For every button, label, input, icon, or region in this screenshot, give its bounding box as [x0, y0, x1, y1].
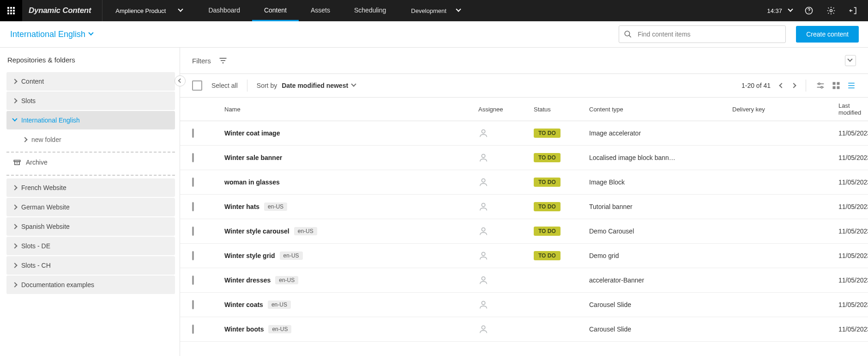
gear-icon: [826, 6, 836, 15]
table-row[interactable]: Winter dressesen-USaccelerator-Banner11/…: [180, 268, 868, 293]
view-settings-button[interactable]: [815, 80, 826, 91]
chevron-right-icon: [23, 137, 28, 142]
th-content-type[interactable]: Content type: [589, 106, 732, 113]
svg-point-31: [482, 179, 485, 182]
table-row[interactable]: Winter bootsen-USCarousel Slide11/05/202…: [180, 317, 868, 342]
sidebar-item[interactable]: German Website: [6, 198, 175, 216]
table-row[interactable]: Winter style carouselen-USTO DODemo Caro…: [180, 219, 868, 244]
view-icons: [815, 80, 856, 91]
row-checkbox[interactable]: [192, 300, 194, 309]
row-checkbox[interactable]: [192, 251, 194, 260]
table-row[interactable]: woman in glassesTO DOImage Block11/05/20…: [180, 170, 868, 195]
filters-button[interactable]: [218, 56, 228, 65]
assignee-icon[interactable]: [478, 128, 534, 138]
sidebar-item[interactable]: Slots - DE: [6, 237, 175, 255]
archive-label: Archive: [26, 159, 48, 166]
nav-development[interactable]: Development: [398, 0, 474, 21]
body: Repositories & folders ContentSlotsInter…: [0, 48, 868, 356]
nav-content[interactable]: Content: [252, 0, 299, 21]
sidebar-item[interactable]: Slots: [6, 92, 175, 110]
chevron-right-icon: [13, 282, 18, 287]
sidebar-item[interactable]: Spanish Website: [6, 217, 175, 236]
table-row[interactable]: Winter hatsen-USTO DOTutorial banner11/0…: [180, 195, 868, 219]
table-row[interactable]: Winter coat imageTO DOImage accelerator1…: [180, 121, 868, 146]
row-checkbox[interactable]: [192, 153, 194, 162]
table-row[interactable]: Winter coatsen-USCarousel Slide11/05/202…: [180, 293, 868, 317]
assignee-icon[interactable]: [478, 153, 534, 163]
time-dropdown[interactable]: 14:37: [767, 7, 793, 14]
list-view-button[interactable]: [847, 81, 856, 90]
row-checkbox[interactable]: [192, 129, 194, 138]
next-page-button[interactable]: [792, 82, 796, 89]
help-button[interactable]: [802, 4, 815, 17]
table-row[interactable]: Winter style griden-USTO DODemo grid11/0…: [180, 244, 868, 268]
settings-button[interactable]: [825, 4, 838, 17]
assignee-icon[interactable]: [478, 202, 534, 212]
svg-rect-5: [13, 10, 15, 12]
name-cell: Winter coat image: [224, 129, 478, 137]
sidebar-collapse-button[interactable]: [175, 75, 186, 86]
content-type: Tutorial banner: [589, 203, 732, 210]
svg-rect-7: [10, 12, 12, 14]
assignee-icon[interactable]: [478, 300, 534, 310]
locale-tag: en-US: [280, 252, 303, 260]
sidebar: Repositories & folders ContentSlotsInter…: [0, 48, 180, 356]
svg-point-21: [821, 86, 823, 88]
select-all-checkbox[interactable]: [192, 80, 202, 91]
assignee-icon[interactable]: [478, 226, 534, 236]
row-checkbox[interactable]: [192, 276, 194, 285]
create-content-button[interactable]: Create content: [796, 26, 859, 43]
sidebar-item[interactable]: International English: [6, 111, 175, 129]
logout-button[interactable]: [847, 4, 860, 17]
chevron-left-icon: [779, 83, 784, 88]
sidebar-item[interactable]: Slots - CH: [6, 256, 175, 275]
assignee-icon[interactable]: [478, 324, 534, 334]
topbar-right: 14:37: [767, 0, 868, 21]
content-type: Carousel Slide: [589, 325, 732, 333]
sidebar-item[interactable]: Content: [6, 72, 175, 91]
row-name: Winter dresses: [224, 276, 271, 284]
th-status[interactable]: Status: [534, 106, 589, 113]
search-input[interactable]: [637, 30, 781, 38]
nav-assets[interactable]: Assets: [299, 0, 342, 21]
more-options-button[interactable]: [845, 55, 856, 66]
th-delivery-key[interactable]: Delivery key: [732, 106, 838, 113]
product-dropdown[interactable]: Amplience Product: [102, 0, 196, 21]
row-name: Winter sale banner: [224, 154, 282, 161]
chevron-down-icon: [89, 32, 94, 37]
sort-dropdown[interactable]: Date modified newest: [282, 82, 356, 89]
svg-point-34: [482, 252, 485, 256]
archive-row[interactable]: Archive: [6, 155, 175, 172]
table-row[interactable]: Winter sale bannerTO DOLocalised image b…: [180, 146, 868, 170]
th-last-modified[interactable]: Last modified: [838, 102, 861, 116]
locale-dropdown[interactable]: International English: [10, 30, 94, 39]
sidebar-item[interactable]: new folder: [6, 130, 175, 149]
prev-page-button[interactable]: [779, 82, 784, 89]
th-name[interactable]: Name: [224, 106, 478, 113]
nav-dashboard[interactable]: Dashboard: [196, 0, 252, 21]
sidebar-item[interactable]: Documentation examples: [6, 276, 175, 294]
assignee-icon[interactable]: [478, 251, 534, 261]
name-cell: Winter style griden-US: [224, 252, 478, 260]
nav-scheduling[interactable]: Scheduling: [342, 0, 398, 21]
pager: 1-20 of 41: [741, 82, 796, 89]
row-checkbox[interactable]: [192, 202, 194, 211]
sidebar-item[interactable]: French Website: [6, 178, 175, 197]
row-checkbox[interactable]: [192, 227, 194, 236]
th-assignee[interactable]: Assignee: [478, 106, 534, 113]
svg-rect-24: [833, 86, 836, 89]
archive-icon: [13, 158, 21, 166]
app-switcher-button[interactable]: [0, 0, 22, 21]
grid-view-button[interactable]: [832, 81, 840, 90]
assignee-icon[interactable]: [478, 177, 534, 187]
row-checkbox[interactable]: [192, 178, 194, 187]
locale-tag: en-US: [275, 276, 298, 284]
search-box[interactable]: [619, 25, 786, 43]
svg-rect-8: [13, 12, 15, 14]
assignee-icon[interactable]: [478, 275, 534, 285]
user-icon: [478, 177, 488, 187]
row-checkbox[interactable]: [192, 325, 194, 334]
toolbar-right: 1-20 of 41: [741, 80, 856, 92]
svg-point-30: [482, 154, 485, 158]
sliders-icon: [815, 80, 826, 91]
